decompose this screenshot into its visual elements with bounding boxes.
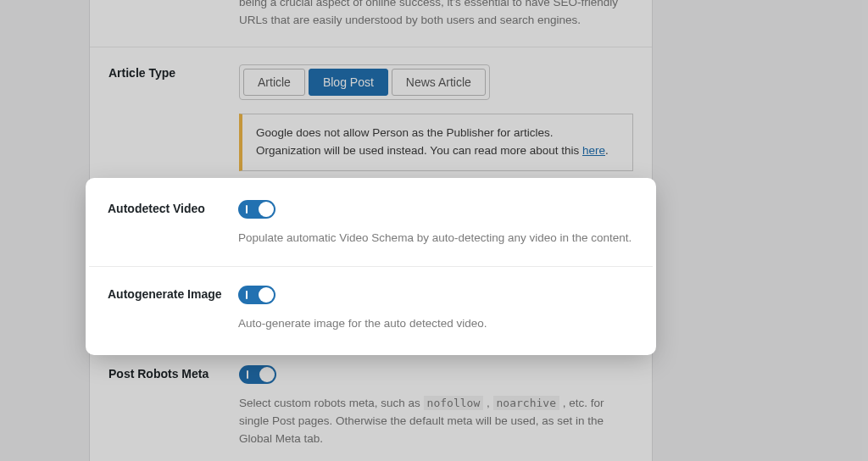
- post-robots-row: Post Robots Meta Select custom robots me…: [90, 348, 652, 461]
- intro-text: being a crucial aspect of online success…: [239, 0, 633, 30]
- article-type-option-blog-post[interactable]: Blog Post: [309, 69, 388, 96]
- notice-text-pre: Google does not allow Person as the Publ…: [256, 126, 582, 157]
- post-robots-label: Post Robots Meta: [108, 365, 239, 448]
- article-type-content: Article Blog Post News Article Google do…: [239, 64, 633, 171]
- code-nofollow: nofollow: [424, 396, 484, 410]
- post-robots-toggle[interactable]: [239, 365, 276, 384]
- notice-text-post: .: [605, 144, 609, 157]
- notice-link[interactable]: here: [582, 144, 605, 157]
- intro-label: [108, 0, 239, 30]
- article-type-option-news-article[interactable]: News Article: [392, 69, 486, 96]
- autogenerate-image-row: Autogenerate Image Auto-generate image f…: [89, 267, 653, 352]
- toggle-knob: [259, 367, 275, 382]
- autodetect-video-toggle[interactable]: [238, 200, 275, 219]
- autogenerate-image-content: Auto-generate image for the auto detecte…: [238, 286, 634, 333]
- highlight-card: Autodetect Video Populate automatic Vide…: [89, 181, 653, 352]
- post-robots-content: Select custom robots meta, such as nofol…: [239, 365, 633, 448]
- toggle-on-indicator: [246, 205, 248, 214]
- autodetect-video-content: Populate automatic Video Schema by auto-…: [238, 200, 634, 247]
- article-type-button-group: Article Blog Post News Article: [239, 64, 490, 100]
- intro-content: being a crucial aspect of online success…: [239, 0, 633, 30]
- autogenerate-image-desc: Auto-generate image for the auto detecte…: [238, 315, 634, 333]
- intro-row: being a crucial aspect of online success…: [90, 0, 652, 47]
- autogenerate-image-label: Autogenerate Image: [108, 286, 238, 333]
- autodetect-video-desc: Populate automatic Video Schema by auto-…: [238, 230, 634, 247]
- article-type-option-article[interactable]: Article: [243, 69, 305, 96]
- post-robots-desc: Select custom robots meta, such as nofol…: [239, 395, 633, 448]
- article-type-row: Article Type Article Blog Post News Arti…: [90, 47, 652, 192]
- autogenerate-image-toggle[interactable]: [238, 286, 275, 304]
- autodetect-video-row: Autodetect Video Populate automatic Vide…: [89, 181, 653, 267]
- toggle-on-indicator: [246, 291, 248, 299]
- toggle-knob: [259, 287, 274, 303]
- autodetect-video-label: Autodetect Video: [108, 200, 238, 247]
- toggle-on-indicator: [247, 370, 248, 379]
- code-noarchive: noarchive: [493, 396, 559, 410]
- toggle-knob: [259, 202, 274, 217]
- article-type-notice: Google does not allow Person as the Publ…: [239, 114, 633, 171]
- article-type-label: Article Type: [108, 64, 239, 171]
